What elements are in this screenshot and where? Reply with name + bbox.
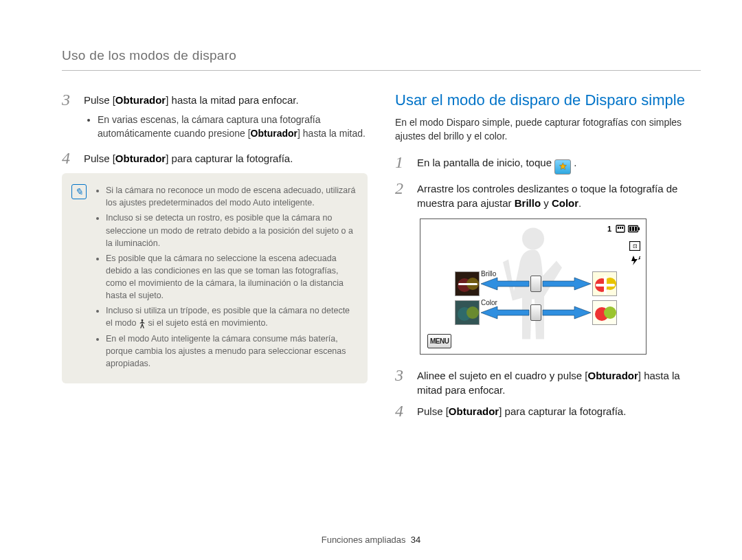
svg-rect-9	[632, 227, 634, 231]
svg-text:⊡: ⊡	[633, 243, 638, 249]
slider-track[interactable]: Color	[481, 310, 591, 315]
slider-label: Color	[481, 299, 497, 306]
flash-auto-icon: A	[629, 255, 640, 266]
preview-side-icons: ⊡ A	[629, 241, 640, 266]
svg-rect-7	[638, 227, 640, 230]
svg-text:A: A	[638, 256, 640, 260]
svg-rect-10	[635, 227, 637, 231]
svg-rect-5	[622, 227, 623, 229]
bold: Obturador	[588, 370, 638, 381]
step-number: 4	[395, 403, 407, 419]
left-step-4: 4 Pulse [Obturador] para capturar la fot…	[62, 150, 368, 166]
text: En la pantalla de inicio, toque	[417, 157, 554, 168]
footer-section: Funciones ampliadas	[322, 535, 406, 545]
step-number: 3	[395, 367, 407, 383]
tripod-person-icon	[139, 319, 146, 328]
page-footer: Funciones ampliadas 34	[0, 535, 742, 545]
text: ] para capturar la fotografía.	[499, 405, 626, 417]
bold: Brillo	[515, 197, 541, 209]
menu-button[interactable]: MENU	[427, 334, 451, 348]
color-thumb-warm[interactable]	[592, 300, 617, 325]
preview-top-status: 1	[607, 225, 640, 233]
note-list: Si la cámara no reconoce un modo de esce…	[95, 184, 357, 372]
fruit-warm-icon	[593, 300, 616, 325]
battery-icon	[628, 225, 640, 233]
step-text: Pulse [Obturador] para capturar la fotog…	[84, 150, 293, 166]
step-number: 1	[395, 154, 407, 170]
svg-rect-3	[618, 227, 619, 229]
page-number: 34	[411, 535, 420, 545]
fruit-dark-icon	[456, 271, 479, 296]
bold: Obturador	[115, 94, 166, 106]
step-text: Pulse [Obturador] para capturar la fotog…	[417, 403, 626, 418]
step-text: Pulse [Obturador] hasta la mitad para en…	[84, 91, 299, 107]
left-step-3: 3 Pulse [Obturador] hasta la mitad para …	[62, 91, 368, 108]
section-title: Usar el modo de disparo de Disparo simpl…	[395, 91, 701, 109]
note-icon: ✎	[71, 184, 87, 199]
right-step-3: 3 Alinee el sujeto en el cuadro y pulse …	[395, 367, 701, 397]
columns: 3 Pulse [Obturador] hasta la mitad para …	[62, 91, 701, 425]
note-item: Si la cámara no reconoce un modo de esce…	[106, 184, 357, 209]
bold: Obturador	[449, 405, 499, 417]
note-box: ✎ Si la cámara no reconoce un modo de es…	[62, 173, 368, 383]
section-desc: En el modo Disparo simple, puede captura…	[395, 116, 701, 143]
svg-marker-26	[481, 306, 529, 319]
step3-subbullet: En varias escenas, la cámara captura una…	[87, 113, 368, 140]
slider-handle[interactable]	[530, 304, 541, 321]
fruit-cool-icon	[456, 300, 479, 325]
text: .	[578, 197, 581, 209]
easy-shot-app-icon: ★	[554, 159, 571, 175]
svg-point-30	[604, 306, 616, 319]
right-step-4: 4 Pulse [Obturador] para capturar la fot…	[395, 403, 701, 419]
svg-marker-18	[481, 278, 529, 290]
fruit-bright-icon	[593, 271, 616, 296]
bold: Color	[552, 197, 578, 209]
page-header: Uso de los modos de disparo	[62, 48, 701, 71]
text: ] hasta la mitad.	[297, 128, 366, 139]
text: .	[574, 157, 576, 168]
slider-label: Brillo	[481, 270, 496, 278]
manual-page: Uso de los modos de disparo 3 Pulse [Obt…	[0, 0, 742, 560]
brightness-slider[interactable]: Brillo	[455, 271, 616, 296]
note-item: Es posible que la cámara no seleccione l…	[106, 252, 357, 302]
note-item: Incluso si utiliza un trípode, es posibl…	[106, 304, 357, 329]
svg-point-1	[522, 227, 544, 249]
svg-rect-8	[629, 227, 631, 231]
svg-rect-17	[458, 283, 477, 285]
bold: Obturador	[251, 128, 297, 139]
note-item: En el modo Auto inteligente la cámara co…	[106, 333, 357, 370]
color-slider[interactable]: Color	[455, 300, 616, 325]
text: Pulse [	[84, 94, 115, 106]
right-step-1: 1 En la pantalla de inicio, toque ★ .	[395, 154, 701, 174]
text: ] hasta la mitad para enfocar.	[166, 94, 298, 106]
svg-rect-4	[620, 227, 621, 229]
left-column: 3 Pulse [Obturador] hasta la mitad para …	[62, 91, 368, 425]
text: y	[541, 197, 552, 209]
step-text: Arrastre los controles deslizantes o toq…	[417, 180, 701, 210]
svg-marker-27	[543, 306, 591, 319]
text: si el sujeto está en movimiento.	[148, 318, 267, 328]
slider-track[interactable]: Brillo	[481, 281, 591, 287]
slider-handle[interactable]	[530, 276, 541, 292]
brightness-thumb-dark[interactable]	[455, 271, 480, 296]
camera-preview-screen: 1 ⊡ A Brillo	[420, 219, 647, 355]
text: ] para capturar la fotografía.	[166, 153, 293, 164]
step-number: 3	[62, 91, 74, 108]
text: Alinee el sujeto en el cuadro y pulse [	[417, 370, 588, 381]
note-item: Incluso si se detecta un rostro, es posi…	[106, 212, 357, 249]
sub-item: En varias escenas, la cámara captura una…	[98, 113, 368, 140]
svg-marker-19	[543, 278, 591, 290]
bold: Obturador	[115, 153, 166, 164]
brightness-thumb-bright[interactable]	[592, 271, 617, 296]
text: Pulse [	[84, 153, 115, 164]
resolution-icon: ⊡	[629, 241, 640, 251]
step-number: 4	[62, 150, 74, 166]
memory-card-icon	[616, 225, 625, 233]
step-text: Alinee el sujeto en el cuadro y pulse [O…	[417, 367, 701, 397]
right-column: Usar el modo de disparo de Disparo simpl…	[395, 91, 701, 425]
step-number: 2	[395, 180, 407, 197]
color-thumb-cool[interactable]	[455, 300, 480, 325]
svg-point-25	[466, 306, 479, 319]
right-step-2: 2 Arrastre los controles deslizantes o t…	[395, 180, 701, 210]
text: Pulse [	[417, 405, 449, 417]
